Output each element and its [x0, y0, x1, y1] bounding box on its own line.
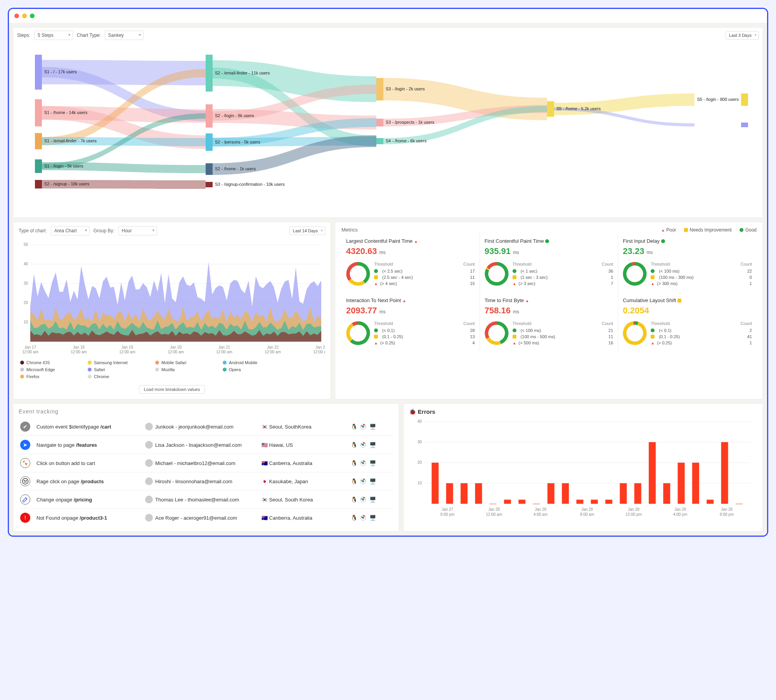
svg-text:S2 - /email-finder - 11k users: S2 - /email-finder - 11k users [215, 71, 270, 75]
svg-rect-93 [649, 442, 656, 504]
svg-rect-98 [721, 442, 728, 504]
svg-rect-28 [741, 93, 748, 106]
svg-text:12:00 am: 12:00 am [22, 350, 38, 354]
legend-item[interactable]: Mozilla [155, 367, 213, 372]
load-more-button[interactable]: Load more breakdown values [139, 385, 205, 394]
legend-item[interactable]: Samsung Internet [88, 360, 146, 365]
svg-text:20: 20 [417, 460, 422, 465]
area-type-label: Type of chart: [19, 228, 47, 233]
svg-text:30: 30 [417, 440, 422, 444]
error-icon: ! [20, 513, 30, 523]
svg-text:40: 40 [417, 419, 422, 423]
desktop-icon: 🖥️ [369, 442, 376, 448]
event-location: 🇰🇷 Seoul, South Korea [262, 497, 351, 503]
legend-item[interactable]: Android Mobile [223, 360, 281, 365]
svg-rect-99 [736, 504, 743, 504]
svg-text:30: 30 [24, 281, 28, 285]
svg-point-62 [24, 480, 25, 481]
metric-card-ttfb: Time to First Byte ▲ 758.16 ms Threshold… [480, 292, 618, 351]
svg-rect-86 [547, 483, 554, 504]
chrome-icon [360, 423, 366, 430]
event-row[interactable]: Change onpage /pricing Thomas Lee - thom… [19, 490, 393, 508]
chrome-icon [360, 460, 366, 466]
svg-text:8:00 pm: 8:00 pm [720, 512, 734, 517]
close-dot[interactable] [14, 14, 19, 18]
svg-text:S2 - /home - 1k users: S2 - /home - 1k users [215, 166, 256, 171]
chrome-icon [360, 478, 366, 484]
svg-text:Jan 28: Jan 28 [535, 507, 546, 512]
chrome-icon [360, 442, 366, 448]
event-row[interactable]: Click on button add to cart Michael - mi… [19, 454, 393, 472]
svg-text:S5 - /home - 5.2k users: S5 - /home - 5.2k users [556, 106, 601, 111]
svg-rect-96 [692, 463, 699, 504]
errors-chart[interactable]: 10203040Jan 278:00 pmJan 2812:00 amJan 2… [409, 419, 757, 520]
event-user: Hiroshi - linsonnohara@email.com [145, 477, 262, 485]
event-row[interactable]: ✔ Custom event $identifypage /cart Junko… [19, 418, 393, 436]
event-text: Change onpage /pricing [36, 497, 145, 503]
legend-item[interactable]: Chrome iOS [20, 360, 78, 365]
event-row[interactable]: ! Not Found onpage /product3-1 Ace Roger… [19, 508, 393, 527]
area-type-select[interactable]: Area Chart [51, 226, 90, 235]
sankey-chart[interactable]: S1 - / - 17k usersS1 - /home - 14k users… [13, 43, 763, 218]
app-window: Steps: 5 Steps Chart Type: Sankey Last 3… [8, 8, 768, 537]
svg-rect-89 [591, 500, 598, 504]
legend-item[interactable]: Opera [223, 367, 281, 372]
svg-rect-94 [663, 483, 670, 504]
avatar [145, 459, 153, 467]
svg-rect-87 [562, 483, 569, 504]
sankey-time-range[interactable]: Last 3 Days [726, 31, 759, 40]
svg-rect-16 [206, 163, 213, 175]
svg-rect-82 [489, 504, 496, 504]
svg-text:12:00 pm: 12:00 pm [625, 512, 642, 517]
chart-type-label: Chart Type: [77, 33, 101, 38]
min-dot[interactable] [22, 14, 27, 18]
legend-item[interactable]: Microsoft Edge [20, 367, 78, 372]
events-panel: Event tracking ✔ Custom event $identifyp… [13, 403, 399, 532]
svg-text:4:00 pm: 4:00 pm [673, 512, 687, 517]
metrics-title: Metrics [341, 227, 358, 233]
svg-rect-81 [475, 483, 482, 504]
area-group-select[interactable]: Hour [118, 226, 157, 235]
event-text: Custom event $identifypage /cart [36, 424, 145, 430]
svg-text:Jan 18: Jan 18 [73, 345, 85, 349]
svg-text:S5 - /login - 800 users: S5 - /login - 800 users [697, 97, 739, 102]
svg-text:8:00 pm: 8:00 pm [440, 512, 454, 517]
svg-text:4:00 am: 4:00 am [534, 512, 547, 517]
legend-item[interactable]: Safari [88, 367, 146, 372]
svg-text:S4 - /home - 6k users: S4 - /home - 6k users [386, 138, 427, 143]
metric-card-inp: Interaction To Next Point ▲ 2093.77 ms T… [341, 292, 480, 351]
desktop-icon: 🖥️ [369, 515, 376, 521]
svg-text:Jan 28: Jan 28 [721, 507, 733, 512]
area-chart[interactable]: 1020304050Jan 1712:00 amJan 1812:00 amJa… [19, 241, 325, 357]
svg-text:Jan 23: Jan 23 [315, 345, 325, 349]
max-dot[interactable] [30, 14, 35, 18]
svg-rect-90 [605, 500, 612, 504]
linux-icon: 🐧 [351, 515, 357, 521]
events-title: Event tracking [19, 408, 393, 415]
os-icons: 🐧 🖥️ [351, 478, 390, 484]
event-location: 🇦🇺 Canberra, Australia [262, 515, 351, 521]
metric-card-fcp: First Contentful Paint Time 935.91 ms Th… [480, 233, 618, 292]
legend-item[interactable]: Chrome [88, 374, 146, 379]
legend-item[interactable]: Mobile Safari [155, 360, 213, 365]
avatar [145, 514, 153, 522]
sankey-panel: Steps: 5 Steps Chart Type: Sankey Last 3… [13, 27, 763, 218]
os-icons: 🐧 🖥️ [351, 496, 390, 503]
legend-item[interactable]: Firefox [20, 374, 78, 379]
steps-select[interactable]: 5 Steps [34, 31, 73, 40]
svg-rect-79 [446, 483, 453, 504]
area-time-range[interactable]: Last 14 Days [289, 226, 325, 235]
svg-text:S3 - /login - 2k users: S3 - /login - 2k users [386, 86, 425, 91]
desktop-icon: 🖥️ [369, 423, 376, 430]
svg-text:Jan 17: Jan 17 [24, 345, 36, 349]
svg-text:S3 - /prospects - 1k users: S3 - /prospects - 1k users [386, 120, 435, 124]
svg-text:8:00 am: 8:00 am [580, 512, 594, 517]
event-row[interactable]: ➤ Navigate to page /features Lisa Jackso… [19, 436, 393, 454]
svg-rect-83 [504, 500, 511, 504]
svg-text:S1 - /home - 14k users: S1 - /home - 14k users [44, 110, 88, 115]
chart-type-select[interactable]: Sankey [105, 31, 144, 40]
errors-title: Errors [409, 408, 757, 415]
event-row[interactable]: Rage click on page /products Hiroshi - l… [19, 472, 393, 490]
svg-text:20: 20 [24, 301, 28, 305]
desktop-icon: 🖥️ [369, 496, 376, 503]
